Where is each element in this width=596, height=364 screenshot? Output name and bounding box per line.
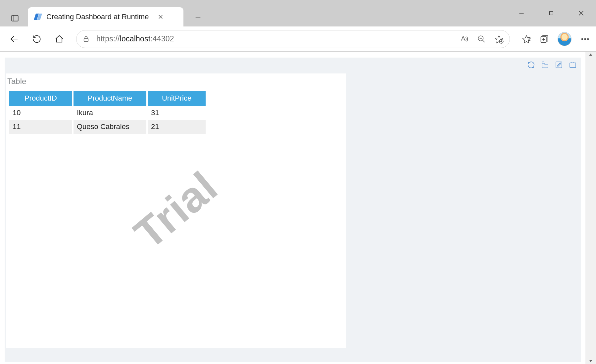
col-header-unitprice[interactable]: UnitPrice [148, 91, 206, 106]
browser-toolbar: https://localhost:44302 [0, 26, 596, 52]
refresh-report-icon[interactable] [526, 60, 536, 69]
url-scheme: https:// [96, 34, 120, 43]
vertical-scrollbar[interactable] [585, 52, 596, 364]
svg-rect-7 [550, 12, 553, 15]
svg-rect-0 [12, 15, 18, 21]
data-table: ProductID ProductName UnitPrice 10 Ikura… [6, 89, 209, 136]
svg-point-28 [584, 38, 586, 40]
cell-productid: 10 [9, 106, 72, 120]
table-header-row: ProductID ProductName UnitPrice [9, 91, 206, 106]
svg-rect-31 [570, 63, 576, 68]
col-header-productname[interactable]: ProductName [74, 91, 146, 106]
svg-point-29 [587, 38, 589, 40]
close-window-button[interactable] [566, 0, 596, 26]
svg-point-27 [581, 38, 583, 40]
table-row[interactable]: 11 Queso Cabrales 21 [9, 120, 206, 134]
trial-watermark: Trial [125, 162, 227, 259]
scroll-down-icon[interactable] [588, 359, 593, 363]
address-bar[interactable]: https://localhost:44302 [76, 30, 510, 48]
refresh-button[interactable] [28, 31, 45, 47]
browser-chrome: Creating Dashboard at Runtime [0, 0, 596, 52]
add-favorite-icon[interactable] [494, 34, 504, 44]
url-port: :44302 [150, 34, 174, 43]
close-tab-icon[interactable] [155, 11, 167, 23]
svg-marker-33 [589, 360, 592, 362]
svg-marker-32 [589, 54, 592, 56]
new-tab-button[interactable] [189, 9, 207, 26]
minimize-button[interactable] [507, 0, 536, 26]
svg-rect-11 [84, 38, 88, 41]
zoom-out-icon[interactable] [477, 35, 486, 43]
home-button[interactable] [51, 31, 68, 47]
page-viewport: Table ProductID ProductName UnitPrice 10… [0, 52, 585, 364]
active-tab[interactable]: Creating Dashboard at Runtime [28, 7, 183, 26]
cell-unitprice: 21 [148, 120, 206, 134]
open-report-icon[interactable] [540, 60, 550, 69]
cell-productname: Ikura [74, 106, 146, 120]
url-host: localhost [120, 34, 151, 43]
edit-report-icon[interactable] [554, 60, 564, 69]
more-menu-icon[interactable] [580, 34, 590, 44]
report-card: Table ProductID ProductName UnitPrice 10… [6, 73, 346, 348]
profile-avatar[interactable] [558, 32, 571, 46]
dashboard-surface: Table ProductID ProductName UnitPrice 10… [5, 58, 581, 362]
tab-favicon-icon [34, 13, 42, 21]
table-row[interactable]: 10 Ikura 31 [9, 106, 206, 120]
collections-icon[interactable] [540, 34, 549, 44]
cell-unitprice: 31 [148, 106, 206, 120]
site-security-icon[interactable] [82, 35, 90, 43]
col-header-productid[interactable]: ProductID [9, 91, 72, 106]
svg-rect-30 [556, 62, 562, 68]
svg-line-14 [482, 40, 485, 42]
favorites-icon[interactable] [522, 34, 531, 44]
cell-productname: Queso Cabrales [74, 120, 146, 134]
toolbar-right [522, 32, 590, 46]
tab-actions-icon[interactable] [7, 10, 23, 26]
read-aloud-icon[interactable] [460, 35, 469, 43]
url-text: https://localhost:44302 [96, 34, 174, 43]
cell-productid: 11 [9, 120, 72, 134]
card-title: Table [6, 73, 346, 89]
window-controls [507, 0, 596, 26]
back-button[interactable] [6, 31, 23, 47]
maximize-button[interactable] [536, 0, 566, 26]
url-bar-actions [460, 34, 504, 44]
dashboard-toolbar [526, 60, 577, 69]
scroll-up-icon[interactable] [588, 52, 593, 57]
tab-title: Creating Dashboard at Runtime [46, 13, 149, 21]
fullscreen-report-icon[interactable] [568, 60, 577, 69]
